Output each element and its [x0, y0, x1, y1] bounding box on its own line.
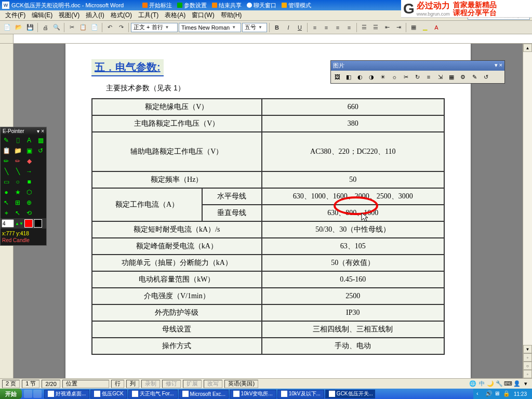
font-color-icon[interactable]: A	[431, 22, 442, 33]
ep-tool[interactable]: ◆	[23, 156, 35, 166]
tray-icon[interactable]: 👤	[513, 380, 521, 388]
border-icon[interactable]: ▦	[408, 22, 419, 33]
paste-icon[interactable]: 📄	[89, 22, 100, 33]
ep-tool[interactable]: ⊞	[12, 197, 23, 208]
crop-icon[interactable]: ✂	[401, 72, 411, 82]
share-params[interactable]: 参数设置	[177, 2, 207, 9]
indent-dec-icon[interactable]: ⇤	[382, 22, 392, 33]
ql-ie-icon[interactable]	[24, 390, 32, 398]
ep-tool[interactable]: ⊕	[23, 197, 35, 208]
prev-page-icon[interactable]: ◦	[523, 353, 532, 362]
ep-tool[interactable]: A	[23, 135, 35, 145]
ep-tool[interactable]: ○	[12, 177, 23, 187]
ep-tool[interactable]: →	[23, 166, 35, 177]
share-manage[interactable]: 管理模式	[282, 2, 311, 9]
ep-tool[interactable]: ✏	[1, 156, 12, 166]
clock[interactable]: 11:23	[512, 391, 529, 397]
underline-icon[interactable]: U	[295, 22, 305, 33]
bullets-icon[interactable]: ☰	[359, 22, 369, 33]
align-center-icon[interactable]: ≡	[321, 22, 331, 33]
copy-icon[interactable]: 📋	[78, 22, 88, 33]
ep-tool[interactable]: ✏	[12, 156, 23, 166]
status-ovr[interactable]: 改写	[204, 380, 222, 388]
color-icon[interactable]: ◧	[343, 72, 354, 82]
menu-edit[interactable]: 编辑(E)	[29, 11, 56, 20]
epointer-panel[interactable]: E-Pointer ▾ × ✎⌷A▦ 📋📁▣↺ ✏✏◆ ╲╲→ ▭○■ ●★⬡ …	[0, 127, 47, 246]
menu-format[interactable]: 格式(O)	[108, 11, 135, 20]
style-select[interactable]: 正文 + 首行▼	[131, 23, 178, 32]
menu-view[interactable]: 视图(V)	[56, 11, 83, 20]
insert-pic-icon[interactable]: 🖼	[332, 72, 342, 82]
epointer-min-icon[interactable]: ▾	[37, 128, 39, 134]
menu-insert[interactable]: 插入(I)	[83, 11, 107, 20]
menu-tools[interactable]: 工具(T)	[135, 11, 162, 20]
compress-icon[interactable]: ⇲	[435, 72, 445, 82]
ep-tool[interactable]: ▦	[35, 135, 46, 145]
tray-chevron-icon[interactable]: ‹	[476, 390, 484, 397]
ep-tool[interactable]: ✎	[1, 135, 12, 145]
tray-icon[interactable]: 🔧	[495, 380, 503, 388]
rotate-icon[interactable]: ↻	[412, 72, 422, 82]
start-button[interactable]: 开始	[0, 389, 22, 399]
align-left-icon[interactable]: ≡	[310, 22, 320, 33]
redo-icon[interactable]: ↷	[116, 22, 126, 33]
tray-icon[interactable]: ▾	[522, 380, 530, 388]
vertical-scrollbar[interactable]: ▲ ▼ ◦ ○ ◦	[523, 44, 532, 378]
italic-icon[interactable]: I	[283, 22, 294, 33]
ep-tool[interactable]: ⟲	[23, 208, 35, 218]
ruler[interactable]	[0, 34, 532, 44]
indent-inc-icon[interactable]: ⇥	[393, 22, 404, 33]
taskbar-task[interactable]: 10kV及以下...	[277, 390, 324, 398]
highlight-icon[interactable]: ▁	[420, 22, 430, 33]
more-bright-icon[interactable]: ☀	[378, 72, 388, 82]
share-start[interactable]: 开始标注	[142, 2, 172, 9]
ep-tool[interactable]: ★	[12, 187, 23, 197]
undo-icon[interactable]: ↶	[104, 22, 115, 33]
numbering-icon[interactable]: ☰	[370, 22, 381, 33]
status-lang[interactable]: 英语(美国)	[224, 380, 258, 388]
bold-icon[interactable]: B	[272, 22, 282, 33]
ep-tool[interactable]: ⌷	[12, 135, 23, 145]
taskbar-task[interactable]: Microsoft Exc...	[179, 390, 229, 398]
reset-pic-icon[interactable]: ↺	[481, 72, 491, 82]
tray-icon[interactable]: 🔒	[503, 390, 510, 397]
taskbar-task[interactable]: 低压GCK	[90, 390, 127, 398]
tray-icon[interactable]: 🖥	[494, 390, 501, 397]
ql-desktop-icon[interactable]	[33, 390, 42, 398]
align-right-icon[interactable]: ≡	[332, 22, 343, 33]
taskbar-task[interactable]: 天正电气 For...	[128, 390, 178, 398]
less-contrast-icon[interactable]: ◑	[366, 72, 377, 82]
save-icon[interactable]: 💾	[25, 22, 35, 33]
line-style-icon[interactable]: ≡	[423, 72, 434, 82]
picture-toolbar[interactable]: 图片 ▾ × 🖼 ◧ ◐ ◑ ☀ ☼ ✂ ↻ ≡ ⇲ ▦ ⚙ ✎ ↺	[330, 60, 505, 84]
ep-fg-color[interactable]	[24, 219, 33, 228]
print-icon[interactable]: 🖨	[40, 22, 50, 33]
ad-banner[interactable]: G 必过动力 www.bgrun.com 首家最新精品 课程分享平台	[401, 0, 532, 18]
menu-table[interactable]: 表格(A)	[162, 11, 189, 20]
menu-help[interactable]: 帮助(H)	[218, 11, 245, 20]
menu-window[interactable]: 窗口(W)	[189, 11, 217, 20]
ep-tool[interactable]: ↺	[35, 145, 46, 156]
pic-min-icon[interactable]: ▾	[495, 62, 498, 68]
epointer-close-icon[interactable]: ×	[41, 128, 44, 134]
scroll-up-icon[interactable]: ▲	[523, 44, 532, 52]
ep-tool[interactable]: ▭	[1, 177, 12, 187]
share-end[interactable]: 结束共享	[212, 2, 242, 9]
font-select[interactable]: Times New Roman▼	[179, 23, 241, 32]
ep-bg-color[interactable]	[34, 219, 42, 228]
size-select[interactable]: 五号▼	[242, 23, 267, 32]
tray-icon[interactable]: ⌨	[504, 380, 512, 388]
tray-icon[interactable]: 🌐	[469, 380, 477, 388]
tray-icon[interactable]: 🌙	[486, 380, 495, 388]
browse-object-icon[interactable]: ○	[523, 362, 532, 370]
ep-tool[interactable]: ■	[23, 177, 35, 187]
cut-icon[interactable]: ✂	[66, 22, 77, 33]
open-icon[interactable]: 📂	[14, 22, 24, 33]
taskbar-task[interactable]: GCK低压开关...	[325, 390, 375, 398]
status-rec[interactable]: 录制	[141, 380, 160, 388]
status-rev[interactable]: 修订	[162, 380, 181, 388]
format-pic-icon[interactable]: ⚙	[458, 72, 468, 82]
ep-tool[interactable]: ▣	[23, 145, 35, 156]
taskbar-task[interactable]: 好视通桌面...	[44, 390, 89, 398]
ep-tool[interactable]: 📁	[12, 145, 23, 156]
